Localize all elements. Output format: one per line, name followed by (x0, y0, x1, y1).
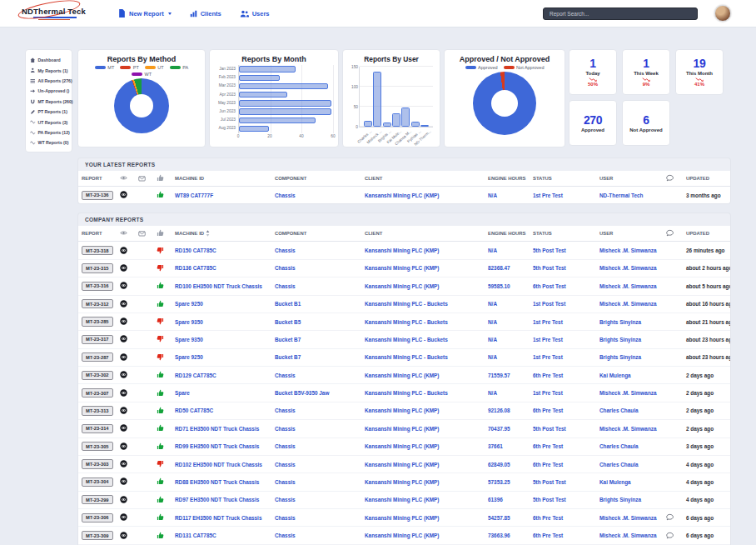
visibility-icon[interactable] (120, 478, 127, 485)
report-badge[interactable]: MT-23-305 (82, 442, 113, 451)
sidebar-item-dashboard[interactable]: Dashboard (30, 55, 67, 65)
client-link[interactable]: Kansanshi Mining PLC (KMP) (365, 515, 439, 521)
component-link[interactable]: Chassis (275, 443, 296, 449)
component-link[interactable]: Bucket B5V-9350 Jaw (275, 390, 329, 396)
visibility-icon[interactable] (120, 424, 127, 432)
status-link[interactable]: 6th Pre Test (533, 532, 563, 538)
visibility-icon[interactable] (120, 496, 127, 503)
sidebar-item-mt-reports-260[interactable]: MT Reports (260) (30, 97, 67, 107)
user-link[interactable]: Misheck .M. Simwanza (599, 248, 657, 253)
machine-id-link[interactable]: WT89 CAT777F (175, 192, 213, 198)
client-link[interactable]: Kansanshi Mining PLC - Buckets (365, 354, 448, 360)
client-link[interactable]: Kansanshi Mining PLC - Buckets (365, 319, 448, 325)
status-link[interactable]: 1st Pre Test (533, 354, 563, 360)
visibility-icon[interactable] (120, 353, 127, 361)
report-badge[interactable]: MT-23-314 (82, 424, 113, 433)
report-badge[interactable]: MT-23-307 (82, 388, 113, 398)
client-link[interactable]: Kansanshi Mining PLC (KMP) (365, 479, 439, 485)
component-link[interactable]: Chassis (275, 497, 296, 502)
component-link[interactable]: Chassis (275, 372, 296, 378)
user-link[interactable]: Misheck .M. Simwanza (599, 301, 657, 307)
client-link[interactable]: Kansanshi Mining PLC (KMP) (365, 426, 439, 432)
sidebar-item-all-reports-276[interactable]: All Reports (276) (30, 76, 67, 86)
component-link[interactable]: Chassis (275, 479, 296, 485)
client-link[interactable]: Kansanshi Mining PLC (KMP) (365, 462, 439, 468)
status-link[interactable]: 1st Pre Test (533, 192, 563, 198)
report-badge[interactable]: MT-23-312 (82, 299, 113, 308)
report-search-input[interactable] (543, 8, 698, 20)
client-link[interactable]: Kansanshi Mining PLC - Buckets (365, 301, 448, 307)
status-link[interactable]: 5th Post Test (533, 248, 566, 253)
user-avatar[interactable] (714, 5, 731, 22)
user-link[interactable]: Misheck .M. Simwanza (599, 532, 657, 538)
machine-id-link[interactable]: RD136 CAT785C (175, 265, 216, 271)
component-link[interactable]: Chassis (275, 515, 296, 521)
client-link[interactable]: Kansanshi Mining PLC (KMP) (365, 443, 439, 449)
machine-id-link[interactable]: Spare 9350 (175, 319, 203, 325)
user-link[interactable]: Brights Sinyinza (599, 354, 641, 360)
machine-id-link[interactable]: RD150 CAT785C (175, 248, 216, 253)
machine-id-link[interactable]: RD117 EH3500 NDT Truck Chassis (175, 515, 261, 521)
report-badge[interactable]: MT-23-304 (82, 478, 113, 487)
report-badge[interactable]: MT-23-303 (82, 459, 113, 468)
nav-item-new-report[interactable]: New Report (118, 9, 172, 18)
report-badge[interactable]: MT-23-299 (82, 495, 113, 504)
client-link[interactable]: Kansanshi Mining PLC (KMP) (365, 265, 439, 271)
component-link[interactable]: Bucket B7 (275, 337, 301, 342)
machine-id-link[interactable]: RD71 EH3500 NDT Truck Chassis (175, 426, 259, 432)
visibility-icon[interactable] (120, 389, 127, 397)
user-link[interactable]: Kai Mulenga (599, 479, 631, 485)
app-logo[interactable]: NDThermal Teck (22, 7, 102, 20)
machine-id-link[interactable]: RD131 CAT785C (175, 532, 216, 538)
visibility-icon[interactable] (120, 532, 127, 539)
client-link[interactable]: Kansanshi Mining PLC (KMP) (365, 192, 439, 198)
user-link[interactable]: Misheck .M. Simwanza (599, 515, 657, 521)
component-link[interactable]: Chassis (275, 408, 296, 413)
user-link[interactable]: Misheck .M. Simwanza (599, 426, 657, 432)
machine-id-link[interactable]: Spare 9350 (175, 337, 203, 342)
client-link[interactable]: Kansanshi Mining PLC (KMP) (365, 408, 439, 413)
status-link[interactable]: 5th Post Test (533, 265, 566, 271)
component-link[interactable]: Chassis (275, 426, 296, 432)
nav-item-users[interactable]: Users (240, 10, 270, 18)
visibility-icon[interactable] (120, 191, 127, 198)
component-link[interactable]: Chassis (275, 265, 296, 271)
client-link[interactable]: Kansanshi Mining PLC (KMP) (365, 248, 439, 253)
machine-id-link[interactable]: Spare 9250 (175, 354, 203, 360)
status-link[interactable]: 5th Post Test (533, 426, 566, 432)
report-badge[interactable]: MT-23-302 (82, 371, 113, 380)
comment-icon[interactable] (666, 532, 674, 539)
report-badge[interactable]: MT-23-313 (82, 406, 113, 415)
sidebar-item-un-approved[interactable]: Un-Approved () (30, 86, 67, 96)
status-link[interactable]: 6th Pre Test (533, 515, 563, 521)
client-link[interactable]: Kansanshi Mining PLC (KMP) (365, 532, 439, 538)
visibility-icon[interactable] (120, 335, 127, 342)
machine-id-link[interactable]: RD50 CAT785C (175, 408, 213, 413)
component-link[interactable]: Bucket B7 (275, 354, 301, 360)
client-link[interactable]: Kansanshi Mining PLC (KMP) (365, 372, 439, 378)
report-badge[interactable]: MT-23-316 (82, 282, 113, 291)
machine-id-link[interactable]: RD88 EH3500 NDT Truck Chassis (175, 479, 259, 485)
component-link[interactable]: Chassis (275, 192, 296, 198)
client-link[interactable]: Kansanshi Mining PLC - Buckets (365, 337, 448, 342)
component-link[interactable]: Bucket B1 (275, 301, 301, 307)
report-badge[interactable]: MT-23-315 (82, 263, 113, 272)
sidebar-item-pt-reports-1[interactable]: PT Reports (1) (30, 107, 67, 117)
comment-icon[interactable] (666, 513, 674, 521)
machine-id-link[interactable]: RD97 EH3500 NDT Truck Chassis (175, 497, 259, 502)
visibility-icon[interactable] (120, 264, 127, 272)
visibility-icon[interactable] (120, 318, 127, 325)
report-badge[interactable]: MT-23-287 (82, 352, 113, 362)
status-link[interactable]: 6th Pre Test (533, 372, 563, 378)
machine-id-link[interactable]: RD100 EH3500 NDT Truck Chassis (175, 283, 262, 289)
report-badge[interactable]: MT-23-309 (82, 531, 113, 540)
report-badge[interactable]: MT-23-306 (82, 513, 113, 522)
user-link[interactable]: Charles Chaula (599, 443, 639, 449)
client-link[interactable]: Kansanshi Mining PLC (KMP) (365, 497, 439, 502)
report-badge[interactable]: MT-23-136 (82, 191, 113, 200)
user-link[interactable]: Charles Chaula (599, 408, 639, 413)
status-link[interactable]: 6th Pre Test (533, 408, 563, 413)
component-link[interactable]: Chassis (275, 462, 296, 468)
component-link[interactable]: Chassis (275, 248, 296, 253)
visibility-icon[interactable] (120, 282, 127, 289)
